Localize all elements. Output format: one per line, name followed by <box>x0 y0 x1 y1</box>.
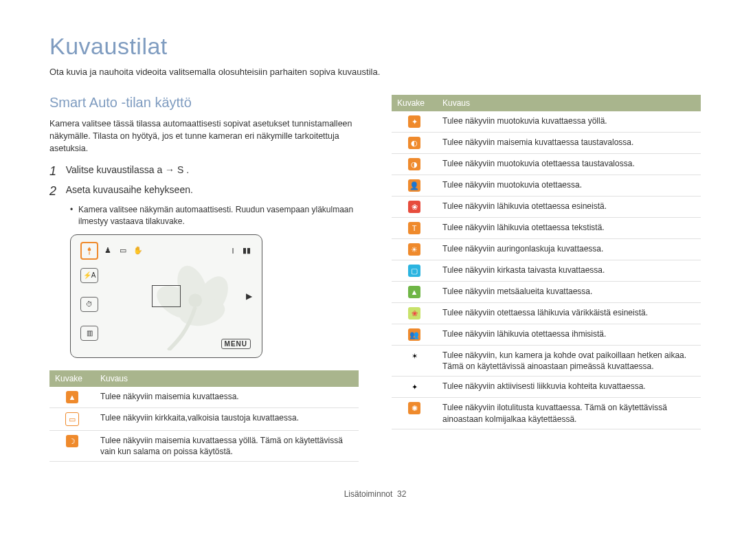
desc-cell: Tulee näkyviin ilotulitusta kuvattaessa.… <box>437 398 701 429</box>
icon-cell: ❀ <box>392 197 437 218</box>
table-row: ❀Tulee näkyviin otettaessa lähikuvia vär… <box>392 303 701 324</box>
icon-cell: ✺ <box>392 398 437 429</box>
person-icon: ♟ <box>102 245 113 256</box>
icon-cell: ✶ <box>392 346 437 377</box>
table-row: ✦Tulee näkyviin muotokuvia kuvattaessa y… <box>392 111 701 133</box>
right-arrow-icon: ▶ <box>246 291 252 301</box>
white-bg-icon: ▭ <box>65 412 79 426</box>
desc-cell: Tulee näkyviin muotokuvia kuvattaessa yö… <box>437 111 701 133</box>
left-column: Smart Auto -tilan käyttö Kamera valitsee… <box>49 95 359 462</box>
camera-lcd-preview: ♟ ▭ ✋ I ▮▮ <box>70 234 262 358</box>
backlit-portrait-icon: ◑ <box>408 158 420 170</box>
desc-cell: Tulee näkyviin aktiivisesti liikkuvia ko… <box>437 377 701 398</box>
table-row: ◐Tulee näkyviin maisemia kuvattaessa tau… <box>392 133 701 154</box>
table-header-icon: Kuvake <box>392 95 437 111</box>
step-1-text: Valitse kuvaustilassa a → S . <box>66 164 190 175</box>
desc-cell: Tulee näkyviin, kun kamera ja kohde ovat… <box>437 346 701 377</box>
footer-section: Lisätoiminnot <box>344 489 393 499</box>
content-columns: Smart Auto -tilan käyttö Kamera valitsee… <box>49 95 701 462</box>
macro-icon <box>80 242 98 260</box>
size-icon: ▭ <box>117 245 128 256</box>
landscape-icon: ▲ <box>66 391 78 403</box>
action-icon: ✦ <box>408 381 420 393</box>
page-intro: Ota kuvia ja nauhoita videoita valitsema… <box>49 67 701 77</box>
desc-cell: Tulee näkyviin kirkasta taivasta kuvatta… <box>437 260 701 282</box>
table-header-icon: Kuvake <box>49 370 95 387</box>
table-row: ✦Tulee näkyviin aktiivisesti liikkuvia k… <box>392 377 701 398</box>
macro-text-icon: T <box>408 222 420 234</box>
step-2-text: Aseta kuvausaihe kehykseen. <box>66 184 193 195</box>
icon-cell: ☀ <box>392 239 437 260</box>
icon-cell: 👥 <box>392 324 437 346</box>
desc-cell: Tulee näkyviin maisemia kuvattaessa yöll… <box>95 430 359 461</box>
icon-cell: ◐ <box>392 133 437 154</box>
icon-cell: ◑ <box>392 154 437 175</box>
table-row: ❀Tulee näkyviin lähikuvia otettaessa esi… <box>392 197 701 218</box>
table-row: ✺Tulee näkyviin ilotulitusta kuvattaessa… <box>392 398 701 429</box>
desc-cell: Tulee näkyviin lähikuvia otettaessa ihmi… <box>437 324 701 346</box>
desc-cell: Tulee näkyviin muotokuvia otettaessa. <box>437 175 701 197</box>
svg-point-4 <box>188 293 202 307</box>
focus-frame <box>152 285 181 307</box>
step-1-number: 1 <box>49 164 63 179</box>
night-landscape-icon: ☽ <box>66 435 78 447</box>
step-2: 2 Aseta kuvausaihe kehykseen. <box>49 184 359 199</box>
desc-cell: Tulee näkyviin lähikuvia otettaessa teks… <box>437 218 701 239</box>
sunset-icon: ☀ <box>408 243 420 256</box>
table-row: 👤Tulee näkyviin muotokuvia otettaessa. <box>392 175 701 197</box>
icon-cell: ▢ <box>392 260 437 282</box>
desc-cell: Tulee näkyviin maisemia kuvattaessa taus… <box>437 133 701 154</box>
section-paragraph: Kamera valitsee tässä tilassa automaatti… <box>49 117 359 155</box>
table-row: ▢Tulee näkyviin kirkasta taivasta kuvatt… <box>392 260 701 282</box>
macro-people-icon: 👥 <box>408 328 420 341</box>
icon-cell: ▭ <box>49 407 95 430</box>
page-title: Kuvaustilat <box>49 33 701 60</box>
desc-cell: Tulee näkyviin otettaessa lähikuvia väri… <box>437 303 701 324</box>
backlit-landscape-icon: ◐ <box>408 137 420 149</box>
display-icon: ▥ <box>80 326 98 341</box>
step-2-bullet: Kamera valitsee näkymän automaattisesti.… <box>70 204 359 227</box>
icon-cell: T <box>392 218 437 239</box>
desc-cell: Tulee näkyviin muotokuvia otettaessa tau… <box>437 154 701 175</box>
table-row: 👥Tulee näkyviin lähikuvia otettaessa ihm… <box>392 324 701 346</box>
footer-page-number: 32 <box>397 489 406 499</box>
desc-cell: Tulee näkyviin kirkkaita,valkoisia taust… <box>95 407 359 430</box>
icon-cell: ❀ <box>392 303 437 324</box>
icon-cell: ☽ <box>49 430 95 461</box>
table-row: ◑Tulee näkyviin muotokuvia otettaessa ta… <box>392 154 701 175</box>
macro-color-icon: ❀ <box>408 307 420 320</box>
table-row: TTulee näkyviin lähikuvia otettaessa tek… <box>392 218 701 239</box>
tripod-icon: ✶ <box>408 350 420 362</box>
icon-table-left: Kuvake Kuvaus ▲Tulee näkyviin maisemia k… <box>49 370 359 462</box>
page-footer: Lisätoiminnot 32 <box>49 489 701 499</box>
battery-icon: ▮▮ <box>241 245 252 256</box>
icon-cell: ▲ <box>392 282 437 303</box>
step-1: 1 Valitse kuvaustilassa a → S . <box>49 164 359 179</box>
icon-table-right: Kuvake Kuvaus ✦Tulee näkyviin muotokuvia… <box>392 95 701 429</box>
icon-cell: ✦ <box>392 111 437 133</box>
step-2-number: 2 <box>49 184 63 199</box>
table-row: ▲Tulee näkyviin maisemia kuvattaessa. <box>49 387 359 408</box>
table-row: ▲Tulee näkyviin metsäalueita kuvattaessa… <box>392 282 701 303</box>
table-row: ✶Tulee näkyviin, kun kamera ja kohde ova… <box>392 346 701 377</box>
portrait-icon: 👤 <box>408 179 420 192</box>
table-row: ☀Tulee näkyviin auringonlaskuja kuvattae… <box>392 239 701 260</box>
macro-object-icon: ❀ <box>408 201 420 213</box>
timer-off-icon: ⏱ <box>80 297 98 312</box>
desc-cell: Tulee näkyviin metsäalueita kuvattaessa. <box>437 282 701 303</box>
desc-cell: Tulee näkyviin auringonlaskuja kuvattaes… <box>437 239 701 260</box>
table-row: ▭Tulee näkyviin kirkkaita,valkoisia taus… <box>49 407 359 430</box>
menu-label: MENU <box>221 339 251 349</box>
icon-cell: ✦ <box>392 377 437 398</box>
fireworks-icon: ✺ <box>408 402 420 414</box>
right-column: Kuvake Kuvaus ✦Tulee näkyviin muotokuvia… <box>392 95 701 462</box>
icon-cell: ▲ <box>49 387 95 408</box>
forest-icon: ▲ <box>408 286 420 298</box>
table-row: ☽Tulee näkyviin maisemia kuvattaessa yöl… <box>49 430 359 461</box>
desc-cell: Tulee näkyviin lähikuvia otettaessa esin… <box>437 197 701 218</box>
flash-auto-icon: ⚡A <box>80 268 98 283</box>
table-header-desc: Kuvaus <box>437 95 701 111</box>
bluesky-icon: ▢ <box>408 265 420 277</box>
section-title: Smart Auto -tilan käyttö <box>49 95 359 111</box>
night-portrait-icon: ✦ <box>408 115 420 128</box>
